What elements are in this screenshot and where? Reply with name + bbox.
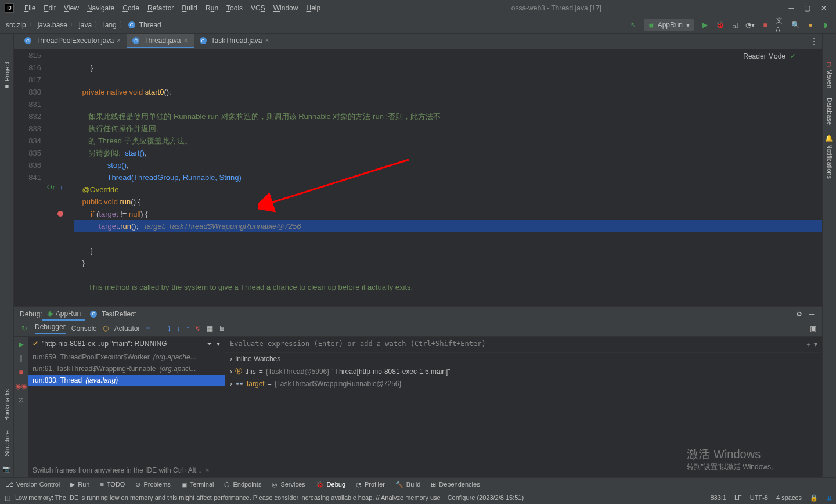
- chevron-down-icon[interactable]: ▾: [217, 340, 220, 348]
- tool-notifications[interactable]: 🔔 Notifications: [826, 134, 833, 179]
- bottom-debug[interactable]: 🐞 Debug: [316, 481, 345, 488]
- override-down-icon[interactable]: ↓: [60, 183, 63, 190]
- tab-thread[interactable]: C Thread.java ×: [127, 34, 193, 48]
- eval-input[interactable]: Evaluate expression (Enter) or add a wat…: [225, 337, 822, 353]
- tool-structure[interactable]: Structure: [3, 430, 10, 456]
- pause-button[interactable]: ‖: [19, 354, 23, 362]
- mute-breakpoints-button[interactable]: ⊘: [18, 396, 24, 404]
- bottom-todo[interactable]: ≡ TODO: [100, 481, 125, 488]
- filter-icon[interactable]: ⏷: [206, 340, 213, 348]
- close-icon[interactable]: ×: [206, 466, 210, 474]
- inline-watches-section[interactable]: › Inline Watches: [225, 353, 822, 365]
- bottom-problems[interactable]: ⊘ Problems: [135, 481, 170, 488]
- stop-debug-button[interactable]: ■: [19, 368, 23, 376]
- debug-tab-apprun[interactable]: ◉ AppRun: [42, 308, 85, 321]
- translate-icon[interactable]: 文A: [776, 20, 785, 30]
- threads-icon[interactable]: ≡: [146, 325, 150, 333]
- menu-code[interactable]: Code: [119, 3, 143, 13]
- minimize-button[interactable]: ─: [788, 4, 794, 12]
- frame-row-selected[interactable]: run:833, Thread (java.lang): [28, 375, 225, 386]
- bottom-terminal[interactable]: ▣ Terminal: [181, 481, 214, 488]
- bottom-build[interactable]: 🔨 Build: [395, 481, 420, 488]
- bottom-run[interactable]: ▶ Run: [70, 481, 89, 488]
- tool-project[interactable]: ■ Project: [3, 62, 10, 91]
- camera-icon[interactable]: 📷: [2, 465, 12, 474]
- menu-file[interactable]: File: [21, 3, 39, 13]
- debug-minimize-icon[interactable]: ─: [807, 309, 816, 319]
- tab-close-icon[interactable]: ×: [183, 37, 188, 45]
- status-encoding[interactable]: UTF-8: [750, 494, 768, 501]
- menu-refactor[interactable]: Refactor: [144, 3, 177, 13]
- bc-java[interactable]: java: [79, 21, 92, 29]
- tab-close-icon[interactable]: ×: [117, 37, 121, 45]
- bc-thread[interactable]: Thread: [139, 21, 161, 29]
- codewithme-icon[interactable]: ◗: [821, 20, 830, 30]
- tool-bookmarks[interactable]: Bookmarks: [3, 389, 10, 421]
- bc-src[interactable]: src.zip: [6, 21, 26, 29]
- status-tray-icon[interactable]: ◫: [5, 494, 10, 502]
- tool-database[interactable]: Database: [826, 98, 833, 125]
- menu-navigate[interactable]: Navigate: [84, 3, 118, 13]
- stop-button[interactable]: ■: [761, 20, 770, 30]
- status-position[interactable]: 833:1: [710, 494, 726, 501]
- thread-name[interactable]: "http-nio-8081-ex...up "main": RUNNING: [42, 340, 203, 348]
- close-button[interactable]: ✕: [821, 4, 827, 12]
- code-editor[interactable]: Reader Mode ✓ 815 816 817 830 831 832 83…: [14, 49, 822, 306]
- show-frames-icon[interactable]: ▦: [207, 325, 213, 333]
- status-readonly-icon[interactable]: 🔒: [810, 494, 818, 502]
- bottom-profiler[interactable]: ◔ Profiler: [356, 481, 385, 488]
- profiler-button[interactable]: ◔▾: [745, 20, 755, 30]
- debug-layout-icon[interactable]: ▣: [810, 325, 816, 333]
- view-breakpoints-button[interactable]: ◉◉: [15, 382, 27, 390]
- menu-vcs[interactable]: VCS: [247, 3, 269, 13]
- tab-taskthread[interactable]: C TaskThread.java ×: [194, 34, 275, 48]
- menu-build[interactable]: Build: [178, 3, 201, 13]
- variable-row[interactable]: › 👓 target = {TaskThread$WrappingRunnabl…: [225, 378, 822, 390]
- run-config-selector[interactable]: ◉ AppRun ▾: [644, 19, 694, 31]
- tabs-more-icon[interactable]: ⋮: [810, 37, 817, 45]
- maximize-button[interactable]: ▢: [804, 4, 810, 12]
- tool-maven[interactable]: m Maven: [826, 62, 833, 88]
- status-indent[interactable]: 4 spaces: [776, 494, 802, 501]
- search-icon[interactable]: 🔍: [791, 20, 800, 30]
- debug-subtab-debugger[interactable]: Debugger: [35, 323, 66, 334]
- override-up-icon[interactable]: O↑: [47, 183, 55, 190]
- menu-run[interactable]: Run: [202, 3, 222, 13]
- menu-view[interactable]: View: [60, 3, 82, 13]
- bc-lang[interactable]: lang: [103, 21, 117, 29]
- resume-button[interactable]: ▶: [19, 340, 24, 348]
- frame-row[interactable]: run:659, ThreadPoolExecutor$Worker (org.…: [28, 351, 225, 363]
- force-step-icon[interactable]: ↯: [195, 325, 201, 333]
- evaluate-icon[interactable]: 🖩: [219, 325, 226, 333]
- status-lf[interactable]: LF: [734, 494, 742, 501]
- debug-button[interactable]: 🐞: [715, 20, 725, 30]
- run-button[interactable]: ▶: [700, 20, 709, 30]
- coverage-button[interactable]: ◱: [730, 20, 740, 30]
- bottom-endpoints[interactable]: ⬡ Endpoints: [224, 481, 261, 488]
- bc-javabase[interactable]: java.base: [38, 21, 67, 29]
- tab-close-icon[interactable]: ×: [265, 37, 269, 45]
- breakpoint-icon[interactable]: [57, 211, 63, 217]
- frame-row[interactable]: run:61, TaskThread$WrappingRunnable (org…: [28, 363, 225, 375]
- build-hammer-icon[interactable]: ↖: [629, 20, 638, 30]
- menu-edit[interactable]: Edit: [40, 3, 59, 13]
- variable-row[interactable]: › ⓟ this = {TaskThread@5996} "Thread[htt…: [225, 365, 822, 378]
- code-content[interactable]: } private native void start0(); 如果此线程是使用…: [74, 49, 822, 306]
- debug-tab-testreflect[interactable]: C TestReflect: [85, 308, 140, 320]
- bottom-services[interactable]: ◎ Services: [272, 481, 305, 488]
- menu-window[interactable]: Window: [270, 3, 302, 13]
- debug-settings-icon[interactable]: ⚙: [796, 310, 802, 318]
- debug-subtab-console[interactable]: Console: [71, 325, 97, 333]
- ide-features-icon[interactable]: ●: [806, 20, 815, 30]
- debug-subtab-actuator[interactable]: Actuator: [114, 325, 140, 333]
- step-over-icon[interactable]: ⤵: [167, 325, 171, 333]
- menu-help[interactable]: Help: [302, 3, 324, 13]
- step-into-icon[interactable]: ↓: [176, 325, 180, 333]
- rerun-icon[interactable]: ↻: [20, 324, 29, 333]
- status-configure[interactable]: Configure (2023/2/8 15:51): [448, 494, 524, 501]
- tab-threadpoolexecutor[interactable]: C ThreadPoolExecutor.java ×: [19, 34, 127, 48]
- bottom-version-control[interactable]: ⎇ Version Control: [6, 481, 60, 488]
- menu-tools[interactable]: Tools: [223, 3, 246, 13]
- step-out-icon[interactable]: ↑: [186, 325, 189, 333]
- add-watch-icon[interactable]: ＋ ▾: [805, 340, 817, 350]
